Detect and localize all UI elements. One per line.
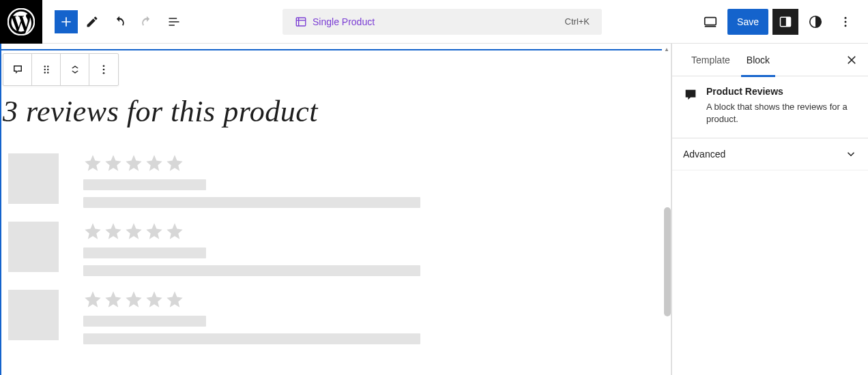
close-sidebar-button[interactable]: [841, 49, 863, 71]
move-up-down[interactable]: [61, 54, 89, 85]
sidebar-toggle-button[interactable]: [772, 9, 798, 35]
chevron-down-icon[interactable]: [70, 70, 80, 75]
panel-advanced[interactable]: Advanced: [672, 138, 868, 170]
chevron-down-icon: [845, 148, 857, 160]
scroll-up-arrow[interactable]: ▲: [664, 46, 669, 52]
editor-canvas[interactable]: ▲ 3 reviews for th: [0, 44, 671, 375]
svg-point-16: [44, 72, 45, 73]
block-info-desc: A block that shows the reviews for a pro…: [706, 101, 857, 125]
svg-point-18: [103, 65, 105, 67]
document-title: Single Product: [295, 16, 375, 28]
save-button[interactable]: Save: [727, 9, 768, 35]
svg-rect-7: [786, 17, 791, 26]
main-area: ▲ 3 reviews for th: [0, 44, 868, 375]
svg-point-13: [47, 65, 48, 67]
product-reviews-icon: [683, 87, 698, 102]
save-label: Save: [737, 16, 759, 27]
add-block-button[interactable]: [55, 10, 78, 33]
block-info-title: Product Reviews: [706, 86, 857, 97]
left-toolbar: [42, 9, 187, 35]
svg-rect-4: [705, 17, 717, 25]
edit-tool-icon[interactable]: [79, 9, 105, 35]
wordpress-logo[interactable]: [0, 0, 42, 44]
scrollbar-thumb[interactable]: [664, 207, 671, 316]
svg-point-19: [103, 69, 105, 71]
block-more-options[interactable]: [89, 54, 118, 85]
block-selection-top: [0, 49, 662, 50]
shortcut-hint: Ctrl+K: [565, 16, 590, 27]
undo-button[interactable]: [106, 9, 132, 35]
svg-point-14: [44, 69, 45, 70]
styles-icon[interactable]: [802, 9, 828, 35]
editor-topbar: Single Product Ctrl+K Save: [0, 0, 868, 44]
block-info: Product Reviews A block that shows the r…: [672, 76, 868, 138]
panel-advanced-label: Advanced: [683, 149, 725, 160]
right-toolbar: Save: [697, 9, 868, 35]
drag-handle-icon[interactable]: [32, 54, 61, 85]
block-selection-outline: [0, 44, 662, 375]
chevron-up-icon[interactable]: [70, 64, 80, 70]
sidebar-tabs: Template Block: [672, 44, 868, 76]
svg-rect-1: [296, 18, 306, 26]
center-toolbar: Single Product Ctrl+K: [187, 9, 697, 35]
block-toolbar: [3, 53, 119, 86]
document-bar[interactable]: Single Product Ctrl+K: [283, 9, 602, 35]
svg-point-17: [47, 72, 48, 73]
document-title-text: Single Product: [313, 16, 375, 27]
block-type-icon[interactable]: [3, 54, 32, 85]
svg-point-12: [44, 65, 45, 67]
svg-point-20: [103, 72, 105, 74]
svg-point-9: [845, 16, 847, 18]
svg-point-11: [845, 25, 847, 27]
svg-point-10: [845, 20, 847, 22]
svg-point-15: [47, 69, 48, 70]
list-view-icon[interactable]: [161, 9, 187, 35]
tab-template[interactable]: Template: [683, 44, 738, 76]
tab-block[interactable]: Block: [738, 44, 778, 76]
settings-sidebar: Template Block Product Reviews A block t…: [671, 44, 868, 375]
redo-button[interactable]: [134, 9, 160, 35]
view-desktop-icon[interactable]: [697, 9, 723, 35]
more-options-icon[interactable]: [833, 9, 858, 35]
